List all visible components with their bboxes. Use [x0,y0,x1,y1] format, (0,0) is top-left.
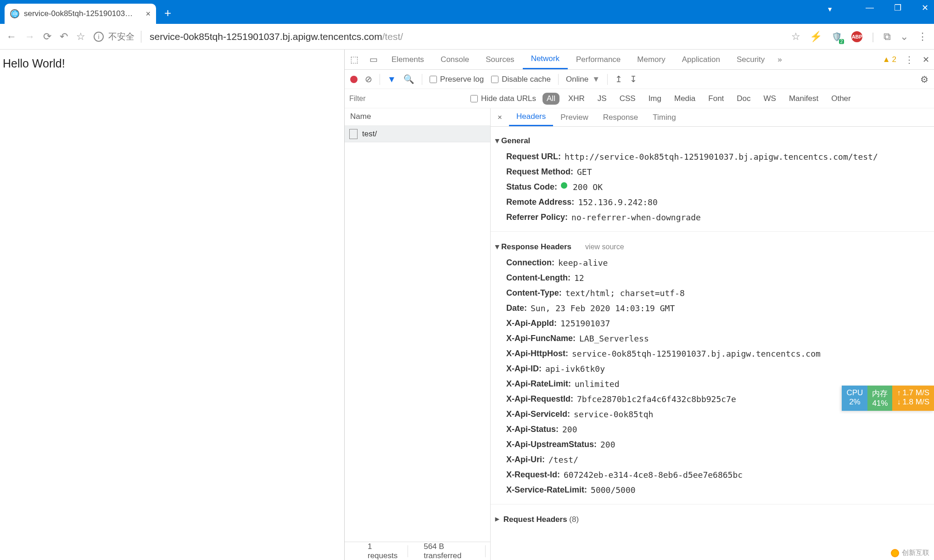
sb-requests: 1 requests [349,545,408,557]
search-icon[interactable]: 🔍 [403,74,414,84]
devtools-panel: ⬚ ▭ ElementsConsoleSourcesNetworkPerform… [344,50,934,560]
ext-sep: | [872,31,874,43]
filter-type-manifest[interactable]: Manifest [785,93,822,105]
download-har-icon[interactable]: ↧ [630,74,637,84]
tab-close-icon[interactable]: × [145,9,151,19]
window-close-icon[interactable]: ✕ [922,3,928,13]
status-dot-icon [561,182,567,189]
header-row: Date: Sun, 23 Feb 2020 14:03:19 GMT [495,301,929,316]
upload-har-icon[interactable]: ↥ [615,74,622,84]
url-host: service-0ok85tqh-1251901037.bj.apigw.ten… [150,31,382,42]
section-general: ▾General Request URL: http://service-0ok… [491,129,934,228]
throttle-select[interactable]: Online ▼ [566,75,600,84]
section-response-headers: ▾Response Headersview source Connection:… [491,235,934,500]
record-button[interactable] [350,76,358,83]
info-icon: i [94,32,104,42]
detail-tabs: × HeadersPreviewResponseTiming [491,108,934,127]
network-filter-row: Hide data URLs AllXHRJSCSSImgMediaFontDo… [345,89,934,108]
header-row: X-Api-FuncName: LAB_Serverless [495,331,929,346]
request-row[interactable]: test/ [345,126,490,142]
header-row: X-Api-Uri: /test/ [495,452,929,467]
nav-back-icon[interactable]: ← [6,31,17,43]
detail-tab-preview[interactable]: Preview [553,108,595,126]
filter-type-all[interactable]: All [543,93,559,105]
page-text: Hello World! [3,57,65,70]
browser-menu-icon[interactable]: ⋮ [917,31,928,43]
window-minimize-icon[interactable]: — [866,3,874,13]
devtools-tab-application[interactable]: Application [674,50,728,69]
nav-reload-icon[interactable]: ⟳ [43,31,51,43]
filter-type-doc[interactable]: Doc [733,93,755,105]
detail-close-icon[interactable]: × [491,108,509,126]
address-bar: ← → ⟳ ↶ ☆ i 不安全 service-0ok85tqh-1251901… [0,24,934,50]
disable-cache-checkbox[interactable]: Disable cache [491,75,551,84]
tabs-dropdown-icon[interactable]: ▼ [827,6,833,13]
bookmark-star-icon[interactable]: ☆ [76,31,85,43]
header-row: Request URL: http://service-0ok85tqh-125… [495,149,929,164]
filter-type-other[interactable]: Other [827,93,855,105]
devtools-tab-network[interactable]: Network [523,50,568,69]
sb-transferred: 564 B transferred [416,545,486,557]
window-maximize-icon[interactable]: ❐ [894,3,901,13]
filter-type-img[interactable]: Img [644,93,666,105]
filter-input[interactable] [349,92,464,105]
header-row: Request Method: GET [495,164,929,179]
devtools-tab-console[interactable]: Console [432,50,477,69]
preserve-log-checkbox[interactable]: Preserve log [430,75,484,84]
detail-tab-headers[interactable]: Headers [509,108,553,126]
extension-icon[interactable]: 🛡️2 [831,31,842,42]
request-list: Name test/ 1 requests 564 B transferred [345,108,491,560]
bolt-icon[interactable]: ⚡ [810,31,822,43]
page-body: Hello World! [0,50,344,560]
section-request-headers: ▸ Request Headers (8) [491,508,934,531]
header-row: Status Code: 200 OK [495,179,929,195]
nav-undo-icon[interactable]: ↶ [60,31,68,43]
request-list-header: Name [345,108,490,126]
hide-data-urls-checkbox[interactable]: Hide data URLs [470,94,536,103]
bookmark-page-icon[interactable]: ☆ [791,31,800,43]
perf-monitor[interactable]: CPU2% 内存41% ↑1.7 M/S↓1.8 M/S [842,386,934,411]
reader-icon[interactable]: ⧉ [884,31,891,43]
url-display[interactable]: service-0ok85tqh-1251901037.bj.apigw.ten… [150,31,783,42]
filter-type-font[interactable]: Font [704,93,728,105]
browser-tab[interactable]: 🌐 service-0ok85tqh-125190103… × [5,4,156,24]
detail-body[interactable]: ▾General Request URL: http://service-0ok… [491,127,934,560]
header-row: Remote Address: 152.136.9.242:80 [495,195,929,210]
detail-tab-response[interactable]: Response [596,108,646,126]
devtools-tab-performance[interactable]: Performance [568,50,629,69]
filter-type-media[interactable]: Media [670,93,699,105]
chevrons-down-icon[interactable]: ⌄ [900,31,908,43]
network-settings-icon[interactable]: ⚙ [920,74,928,85]
watermark: 创新互联 [891,549,929,557]
devtools-tab-security[interactable]: Security [728,50,773,69]
watermark-logo-icon [891,549,899,557]
devtools-close-icon[interactable]: ✕ [917,50,934,69]
header-row: Connection: keep-alive [495,255,929,270]
network-statusbar: 1 requests 564 B transferred [345,542,490,560]
abp-icon[interactable]: ABP [851,31,862,42]
filter-type-ws[interactable]: WS [760,93,780,105]
filter-toggle-icon[interactable]: ▼ [387,74,396,84]
filter-type-js[interactable]: JS [593,93,611,105]
devtools-tab-elements[interactable]: Elements [383,50,432,69]
request-detail: × HeadersPreviewResponseTiming ▾General … [491,108,934,560]
warning-badge[interactable]: ▲ 2 [883,50,901,69]
header-row: Content-Length: 12 [495,270,929,286]
header-row: X-Request-Id: 607242eb-e314-4ce8-8eb6-d5… [495,467,929,482]
detail-tab-timing[interactable]: Timing [645,108,683,126]
filter-type-css[interactable]: CSS [615,93,640,105]
security-status[interactable]: i 不安全 [94,31,141,43]
view-source-link[interactable]: view source [585,243,624,251]
devtools-tabs: ⬚ ▭ ElementsConsoleSourcesNetworkPerform… [345,50,934,70]
window-titlebar: 🌐 service-0ok85tqh-125190103… × + ▼ — ❐ … [0,0,934,24]
devtools-tab-memory[interactable]: Memory [629,50,673,69]
devtools-tab-more[interactable]: » [773,50,786,69]
inspect-icon[interactable]: ⬚ [345,50,364,69]
devtools-tab-sources[interactable]: Sources [477,50,522,69]
devtools-menu-icon[interactable]: ⋮ [901,50,917,69]
device-toggle-icon[interactable]: ▭ [364,50,383,69]
filter-type-xhr[interactable]: XHR [564,93,589,105]
document-icon [349,129,358,139]
new-tab-button[interactable]: + [164,6,171,20]
clear-icon[interactable]: ⊘ [365,74,372,84]
